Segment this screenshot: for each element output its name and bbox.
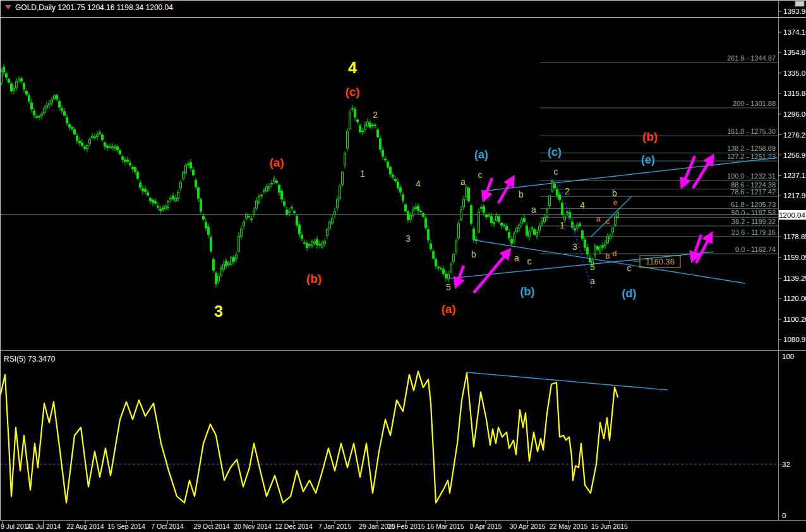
candle-body bbox=[559, 195, 561, 200]
candle-body bbox=[372, 125, 374, 126]
candle-body bbox=[349, 113, 351, 129]
candle-body bbox=[481, 207, 483, 208]
candle-body bbox=[324, 241, 326, 244]
wave-label[interactable]: (e) bbox=[641, 153, 655, 166]
candle-body bbox=[380, 139, 382, 150]
window-corner-box[interactable] bbox=[795, 1, 804, 6]
candle-body bbox=[271, 184, 273, 184]
candle-body bbox=[236, 255, 238, 259]
candle-body bbox=[519, 225, 520, 228]
candle-body bbox=[299, 225, 301, 234]
wave-label[interactable]: 3 bbox=[214, 302, 223, 320]
wave-label[interactable]: a bbox=[590, 276, 595, 286]
candle-body bbox=[428, 230, 430, 240]
candle-body bbox=[577, 225, 579, 228]
candle-body bbox=[493, 223, 495, 224]
candle-body bbox=[284, 202, 286, 205]
wave-label[interactable]: a bbox=[596, 215, 601, 223]
wave-label[interactable]: (d) bbox=[622, 287, 637, 300]
date-label: 20 Nov 2014 bbox=[234, 523, 272, 530]
candle-body bbox=[203, 216, 205, 220]
candle-body bbox=[117, 147, 119, 150]
candle-body bbox=[213, 259, 215, 270]
candle-body bbox=[405, 204, 407, 211]
candle-body bbox=[145, 189, 147, 192]
date-label: 31 Jul 2014 bbox=[27, 523, 61, 530]
candle-body bbox=[549, 196, 551, 205]
candle-body bbox=[327, 230, 328, 236]
candle-body bbox=[21, 79, 23, 81]
candle-body bbox=[155, 201, 157, 203]
wave-label[interactable]: c bbox=[527, 256, 532, 266]
wave-label[interactable]: (c) bbox=[345, 85, 359, 98]
candle-body bbox=[617, 213, 619, 217]
candle-body bbox=[28, 96, 30, 102]
wave-label[interactable]: 2 bbox=[373, 110, 378, 120]
wave-label[interactable]: a bbox=[531, 204, 536, 215]
wave-label[interactable]: (a) bbox=[269, 156, 284, 169]
date-label: 12 Dec 2014 bbox=[275, 523, 313, 530]
price-target-box[interactable]: 1160.36 bbox=[633, 256, 680, 268]
candle-body bbox=[463, 199, 465, 207]
candle-body bbox=[172, 196, 174, 199]
candle-body bbox=[74, 129, 76, 134]
fib-level-label: 261.8 - 1344.87 bbox=[727, 54, 776, 62]
wave-label[interactable]: 5 bbox=[590, 262, 595, 272]
candle-body bbox=[102, 135, 104, 140]
candle-body bbox=[261, 195, 263, 196]
candle-body bbox=[59, 102, 61, 107]
wave-label[interactable]: c bbox=[606, 217, 610, 226]
candle-body bbox=[122, 157, 124, 160]
candle-body bbox=[584, 240, 586, 247]
wave-label[interactable]: 4 bbox=[580, 200, 585, 210]
candle-body bbox=[238, 236, 240, 251]
wave-label[interactable]: (b) bbox=[642, 130, 658, 143]
candle-body bbox=[344, 153, 346, 165]
wave-label[interactable]: e bbox=[613, 198, 618, 207]
wave-label[interactable]: 4 bbox=[348, 59, 357, 76]
candle-body bbox=[81, 143, 83, 145]
wave-label[interactable]: c bbox=[478, 170, 483, 180]
candle-body bbox=[453, 254, 455, 261]
candle-body bbox=[423, 213, 424, 216]
wave-label[interactable]: 3 bbox=[572, 242, 577, 252]
candle-body bbox=[478, 212, 480, 232]
wave-label[interactable]: a bbox=[460, 177, 466, 187]
wave-label[interactable]: 2 bbox=[565, 186, 570, 196]
candle-body bbox=[430, 244, 432, 249]
mt4-chart-window: 261.8 - 1344.87200 - 1301.88161.8 - 1275… bbox=[0, 0, 806, 532]
price-axis-label: 1217.90 bbox=[783, 192, 806, 199]
candle-body bbox=[170, 198, 172, 199]
wave-label[interactable]: b bbox=[471, 249, 476, 259]
date-label: 15 Sep 2014 bbox=[107, 523, 145, 530]
wave-label[interactable]: b bbox=[519, 189, 524, 199]
wave-label[interactable]: a bbox=[514, 253, 519, 263]
date-label: 22 May 2015 bbox=[550, 523, 588, 530]
wave-label[interactable]: d bbox=[612, 249, 617, 258]
wave-label[interactable]: (b) bbox=[520, 285, 535, 298]
price-axis-label: 1335.05 bbox=[783, 69, 806, 77]
candle-body bbox=[190, 163, 192, 168]
wave-label[interactable]: (a) bbox=[441, 302, 455, 316]
wave-label[interactable]: b bbox=[605, 252, 610, 261]
candle-body bbox=[311, 242, 313, 246]
wave-label[interactable]: 4 bbox=[416, 179, 421, 189]
wave-label[interactable]: c bbox=[554, 167, 558, 177]
wave-label[interactable]: 5 bbox=[446, 282, 451, 292]
wave-label[interactable]: 1 bbox=[560, 220, 565, 230]
wave-label[interactable]: (a) bbox=[474, 148, 488, 161]
chart-canvas[interactable]: 261.8 - 1344.87200 - 1301.88161.8 - 1275… bbox=[0, 0, 806, 532]
candle-body bbox=[529, 232, 531, 237]
candle-body bbox=[438, 267, 440, 268]
wave-label[interactable]: c bbox=[627, 263, 632, 273]
candle-body bbox=[334, 211, 336, 215]
candle-body bbox=[402, 195, 404, 201]
candle-body bbox=[64, 112, 66, 115]
candle-body bbox=[165, 206, 167, 209]
wave-label[interactable]: 1 bbox=[360, 168, 365, 179]
wave-label[interactable]: (c) bbox=[548, 146, 562, 158]
candle-body bbox=[142, 189, 144, 191]
wave-label[interactable]: (b) bbox=[306, 272, 322, 285]
wave-label[interactable]: b bbox=[612, 188, 617, 198]
wave-label[interactable]: 3 bbox=[406, 233, 411, 244]
